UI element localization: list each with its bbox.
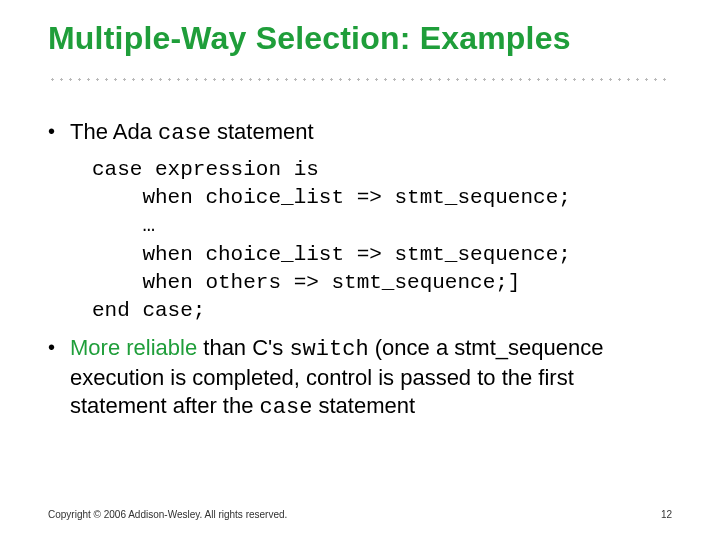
bullet1-text-pre: The Ada bbox=[70, 119, 158, 144]
bullet1-code: case bbox=[158, 121, 211, 146]
bullet2-case-code: case bbox=[260, 395, 313, 420]
bullet2-switch-code: switch bbox=[289, 337, 368, 362]
bullet2-b: than C's bbox=[197, 335, 289, 360]
code-line-1: case expression is bbox=[92, 158, 319, 181]
page-number: 12 bbox=[661, 509, 672, 520]
bullet-item-ada-case: The Ada case statement case expression i… bbox=[48, 118, 672, 326]
code-line-6: end case; bbox=[92, 299, 205, 322]
copyright-footer: Copyright © 2006 Addison-Wesley. All rig… bbox=[48, 509, 287, 520]
code-block: case expression is when choice_list => s… bbox=[92, 156, 672, 326]
bullet1-text-post: statement bbox=[211, 119, 314, 144]
bullet-list: The Ada case statement case expression i… bbox=[48, 118, 672, 423]
code-line-4: when choice_list => stmt_sequence; bbox=[92, 243, 571, 266]
slide: Multiple-Way Selection: Examples The Ada… bbox=[0, 0, 720, 540]
slide-body: The Ada case statement case expression i… bbox=[48, 118, 672, 423]
bullet2-highlight: More reliable bbox=[70, 335, 197, 360]
bullet2-f: statement bbox=[312, 393, 415, 418]
title-divider-dots bbox=[48, 70, 672, 90]
code-line-5: when others => stmt_sequence;] bbox=[92, 271, 520, 294]
slide-title: Multiple-Way Selection: Examples bbox=[48, 22, 672, 56]
bullet-item-more-reliable: More reliable than C's switch (once a st… bbox=[48, 334, 672, 422]
code-line-3: … bbox=[92, 214, 155, 237]
code-line-2: when choice_list => stmt_sequence; bbox=[92, 186, 571, 209]
